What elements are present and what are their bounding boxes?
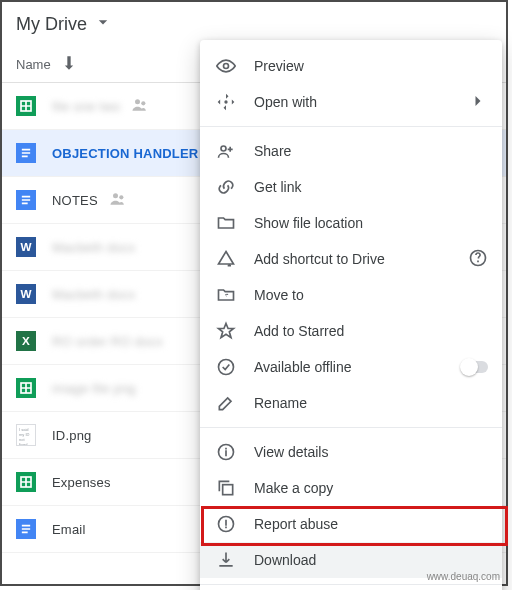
menu-label: Share: [254, 143, 291, 159]
menu-label: Make a copy: [254, 480, 333, 496]
shared-icon: [108, 189, 128, 212]
file-name: RO order RO docx: [52, 334, 163, 349]
sheets-icon: [16, 96, 36, 116]
download-icon: [216, 550, 236, 570]
file-name: NOTES: [52, 193, 98, 208]
menu-separator: [200, 126, 502, 127]
file-name: Macbeth docx: [52, 240, 135, 255]
menu-open-with[interactable]: Open with: [200, 84, 502, 120]
menu-show-location[interactable]: Show file location: [200, 205, 502, 241]
svg-text:W: W: [20, 240, 31, 253]
file-name: Macbeth docx: [52, 287, 135, 302]
file-name: image file png: [52, 381, 136, 396]
menu-label: View details: [254, 444, 328, 460]
file-name: Expenses: [52, 475, 111, 490]
folder-icon: [216, 213, 236, 233]
share-icon: [216, 141, 236, 161]
menu-label: Download: [254, 552, 316, 568]
report-icon: [216, 514, 236, 534]
file-name: ID.png: [52, 428, 92, 443]
menu-rename[interactable]: Rename: [200, 385, 502, 421]
menu-move-to[interactable]: Move to: [200, 277, 502, 313]
offline-icon: [216, 357, 236, 377]
file-name: OBJECTION HANDLER: [52, 146, 198, 161]
sheets-icon: [16, 378, 36, 398]
svg-point-20: [224, 100, 227, 103]
menu-separator: [200, 584, 502, 585]
context-menu: Preview Open with Share Get link Show fi…: [200, 40, 502, 590]
drive-title: My Drive: [16, 14, 87, 35]
svg-point-23: [219, 360, 234, 375]
menu-available-offline[interactable]: Available offline: [200, 349, 502, 385]
svg-point-7: [119, 195, 123, 199]
menu-make-copy[interactable]: Make a copy: [200, 470, 502, 506]
docs-icon: [16, 143, 36, 163]
sheets-icon: [16, 472, 36, 492]
menu-label: Available offline: [254, 359, 352, 375]
svg-point-6: [113, 193, 118, 198]
rename-icon: [216, 393, 236, 413]
help-icon[interactable]: [468, 248, 488, 271]
menu-label: Open with: [254, 94, 317, 110]
image-icon: I said my ID not fixed for my my fotos: [16, 425, 36, 445]
file-name: file one two: [52, 99, 120, 114]
svg-point-21: [221, 146, 226, 151]
menu-label: Preview: [254, 58, 304, 74]
svg-text:X: X: [22, 334, 30, 347]
excel-icon: X: [16, 331, 36, 351]
docs-icon: [16, 190, 36, 210]
svg-point-2: [135, 99, 140, 104]
menu-get-link[interactable]: Get link: [200, 169, 502, 205]
shortcut-icon: [216, 249, 236, 269]
menu-label: Move to: [254, 287, 304, 303]
shared-icon: [130, 95, 150, 118]
svg-point-3: [141, 101, 145, 105]
menu-view-details[interactable]: View details: [200, 434, 502, 470]
menu-report-abuse[interactable]: Report abuse: [200, 506, 502, 542]
word-icon: W: [16, 284, 36, 304]
dropdown-icon: [93, 12, 113, 37]
menu-add-starred[interactable]: Add to Starred: [200, 313, 502, 349]
menu-label: Add shortcut to Drive: [254, 251, 385, 267]
offline-toggle[interactable]: [462, 361, 488, 373]
sort-arrow-icon: [59, 53, 79, 76]
word-icon: W: [16, 237, 36, 257]
svg-point-19: [224, 64, 229, 69]
chevron-right-icon: [468, 91, 488, 114]
open-with-icon: [216, 92, 236, 112]
eye-icon: [216, 56, 236, 76]
star-icon: [216, 321, 236, 341]
info-icon: [216, 442, 236, 462]
menu-add-shortcut[interactable]: Add shortcut to Drive: [200, 241, 502, 277]
move-icon: [216, 285, 236, 305]
menu-share[interactable]: Share: [200, 133, 502, 169]
menu-separator: [200, 427, 502, 428]
column-name: Name: [16, 57, 51, 72]
menu-label: Get link: [254, 179, 301, 195]
menu-label: Rename: [254, 395, 307, 411]
watermark: www.deuaq.com: [427, 571, 500, 582]
docs-icon: [16, 519, 36, 539]
link-icon: [216, 177, 236, 197]
menu-label: Show file location: [254, 215, 363, 231]
menu-label: Report abuse: [254, 516, 338, 532]
file-name: Email: [52, 522, 86, 537]
menu-preview[interactable]: Preview: [200, 48, 502, 84]
svg-text:W: W: [20, 287, 31, 300]
svg-rect-25: [223, 485, 233, 495]
copy-icon: [216, 478, 236, 498]
menu-label: Add to Starred: [254, 323, 344, 339]
